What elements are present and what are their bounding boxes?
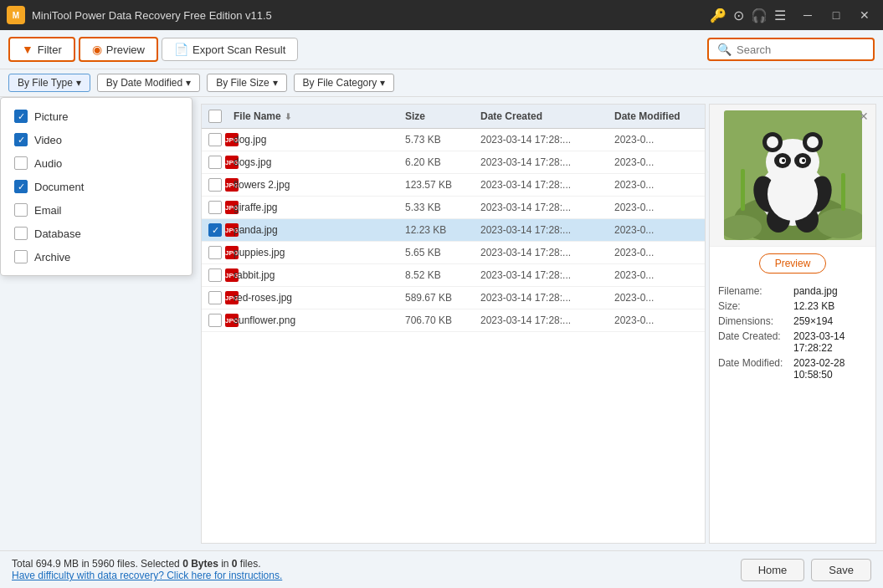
filename-col-label: File Name [234,110,281,122]
filter-panel-row[interactable]: Picture [1,105,192,128]
row-size-6: 8.52 KB [405,269,480,281]
header-date-modified[interactable]: Date Modified [614,110,698,122]
row-checkbox-4[interactable] [208,223,222,237]
row-date-created-3: 2023-03-14 17:28:... [480,202,614,213]
filter-checkbox-database[interactable] [14,227,28,240]
table-row[interactable]: JPG dogs.jpg 6.20 KB 2023-03-14 17:28:..… [202,151,705,174]
meta-date-created-value: 2023-03-14 17:28:22 [793,330,867,354]
row-check-2[interactable]: JPG [208,178,234,192]
row-check-5[interactable]: JPG [208,246,234,259]
filter-by-file-type[interactable]: By File Type ▾ [8,74,90,92]
filter-checkbox-audio[interactable] [14,156,28,170]
row-size-4: 12.23 KB [405,224,480,236]
table-row[interactable]: JPG giraffe.jpg 5.33 KB 2023-03-14 17:28… [202,197,705,219]
row-check-1[interactable]: JPG [208,156,234,169]
header-check[interactable] [208,110,234,123]
row-checkbox-0[interactable] [208,133,222,146]
filter-by-file-category[interactable]: By File Category ▾ [294,74,395,92]
search-input[interactable] [737,43,865,56]
filter-panel-row[interactable]: Document [1,175,192,198]
preview-label: Preview [106,43,145,56]
filter-checkbox-archive[interactable] [14,250,28,263]
row-date-modified-0: 2023-0... [614,134,698,146]
row-check-4[interactable]: JPG [208,223,234,237]
maximize-button[interactable]: □ [824,6,848,24]
row-check-3[interactable]: JPG [208,201,234,214]
home-button[interactable]: Home [741,559,805,581]
by-file-category-label: By File Category [303,77,377,89]
header-size[interactable]: Size [405,110,480,122]
title-icons: 🔑 ⊙ 🎧 ☰ [710,8,786,23]
account-icon[interactable]: ⊙ [733,8,744,23]
row-checkbox-1[interactable] [208,156,222,169]
row-date-created-5: 2023-03-14 17:28:... [480,247,614,258]
close-button[interactable]: ✕ [853,6,876,24]
help-link[interactable]: Have difficulty with data recovery? Clic… [12,570,282,581]
row-date-created-0: 2023-03-14 17:28:... [480,134,614,146]
table-row[interactable]: JPG rabbit.jpg 8.52 KB 2023-03-14 17:28:… [202,264,705,287]
filter-checkbox-picture[interactable] [14,110,28,123]
filter-panel-row[interactable]: Video [1,128,192,151]
by-date-modified-label: By Date Modified [106,77,182,89]
row-checkbox-2[interactable] [208,178,222,192]
row-checkbox-7[interactable] [208,291,222,304]
dropdown-arrow-file-category: ▾ [380,77,385,89]
dropdown-arrow-date-modified: ▾ [186,77,191,89]
select-all-checkbox[interactable] [208,110,222,123]
meta-size-value: 12.23 KB [793,300,834,312]
filter-panel-row[interactable]: Database [1,222,192,245]
row-checkbox-3[interactable] [208,201,222,214]
headphone-icon[interactable]: 🎧 [751,8,767,23]
key-icon[interactable]: 🔑 [710,8,726,23]
row-size-3: 5.33 KB [405,202,480,213]
preview-close-button[interactable]: ✕ [855,108,872,125]
table-row[interactable]: JPG red-roses.jpg 589.67 KB 2023-03-14 1… [202,287,705,309]
meta-dimensions-value: 259×194 [793,315,833,327]
filename-text-8: sunflower.png [234,314,295,326]
filter-checkbox-email[interactable] [14,203,28,217]
toolbar: ▼ Filter ◉ Preview 📄 Export Scan Result … [0,30,883,69]
table-row[interactable]: JPG panda.jpg 12.23 KB 2023-03-14 17:28:… [202,219,705,242]
filter-panel-row[interactable]: Email [1,198,192,222]
row-filename-7: red-roses.jpg [234,292,405,304]
row-date-created-1: 2023-03-14 17:28:... [480,156,614,168]
row-checkbox-8[interactable] [208,314,222,327]
status-selected-bytes: 0 Bytes [182,558,218,570]
filter-checkbox-video[interactable] [14,133,28,146]
row-check-6[interactable]: JPG [208,268,234,282]
table-row[interactable]: JPG flowers 2.jpg 123.57 KB 2023-03-14 1… [202,174,705,197]
header-date-created[interactable]: Date Created [480,110,614,122]
header-filename[interactable]: File Name ⬇ [234,110,405,122]
search-box[interactable]: 🔍 [707,38,875,61]
export-icon: 📄 [174,43,188,56]
meta-filename-label: Filename: [718,285,793,297]
status-total-prefix: Total 694.9 MB in 5960 files. Selected [12,558,182,570]
export-button[interactable]: 📄 Export Scan Result [162,38,298,61]
preview-action-button[interactable]: Preview [759,253,827,274]
preview-button[interactable]: ◉ Preview [79,37,158,62]
table-row[interactable]: JPG dog.jpg 5.73 KB 2023-03-14 17:28:...… [202,129,705,151]
row-date-modified-6: 2023-0... [614,269,698,281]
minimize-button[interactable]: ─ [796,6,819,24]
save-button[interactable]: Save [811,559,871,581]
svg-point-11 [807,136,819,148]
filter-by-file-size[interactable]: By File Size ▾ [207,74,286,92]
table-row[interactable]: JPG sunflower.png 706.70 KB 2023-03-14 1… [202,309,705,332]
filter-panel-row[interactable]: Archive [1,245,192,268]
filter-by-date-modified[interactable]: By Date Modified ▾ [97,74,200,92]
menu-icon[interactable]: ☰ [774,8,786,23]
filter-label-audio: Audio [34,157,62,170]
filter-label-email: Email [34,204,62,217]
row-date-created-6: 2023-03-14 17:28:... [480,269,614,281]
row-check-0[interactable]: JPG [208,133,234,146]
filter-checkbox-document[interactable] [14,180,28,193]
row-checkbox-5[interactable] [208,246,222,259]
row-check-8[interactable]: JPG [208,314,234,327]
row-check-7[interactable]: JPG [208,291,234,304]
filter-panel-row[interactable]: Audio [1,151,192,175]
filter-button[interactable]: ▼ Filter [8,37,75,62]
table-row[interactable]: JPG puppies.jpg 5.65 KB 2023-03-14 17:28… [202,242,705,264]
filter-bar: By File Type ▾ By Date Modified ▾ By Fil… [0,69,883,97]
row-checkbox-6[interactable] [208,268,222,282]
row-date-created-2: 2023-03-14 17:28:... [480,179,614,191]
